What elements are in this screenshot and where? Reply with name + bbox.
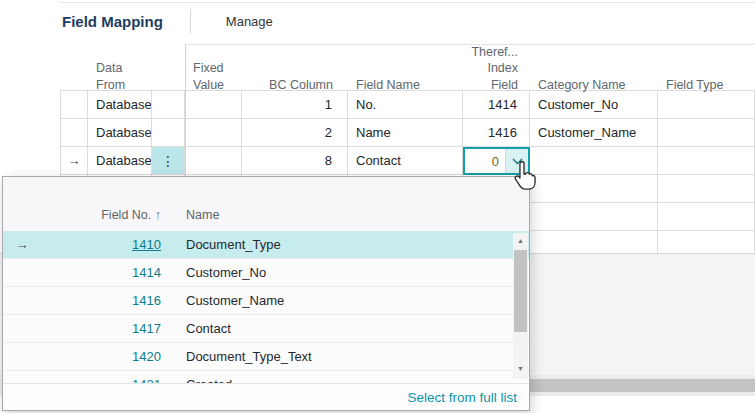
lookup-name: Customer_No — [161, 265, 529, 280]
cell-bc-column[interactable]: 8 — [242, 147, 348, 175]
lookup-row[interactable]: → 1410 Document_Type — [3, 231, 529, 259]
lookup-row[interactable]: 1420 Document_Type_Text — [3, 343, 529, 371]
lookup-name: Document_Type — [161, 237, 529, 252]
lookup-field-no-link[interactable]: 1416 — [41, 293, 161, 308]
cell-field-name[interactable]: Name — [348, 119, 463, 147]
cell-data-from[interactable]: Database — [88, 91, 152, 119]
lookup-scrollbar[interactable]: ▲ ▼ — [513, 233, 528, 379]
cell-field-type[interactable] — [658, 147, 755, 175]
cell-fixed-value[interactable] — [185, 91, 242, 119]
grid-row: Database 1 No. 1414 Customer_No — [60, 91, 755, 119]
cell-bc-column[interactable]: 2 — [242, 119, 348, 147]
cell-row-menu[interactable] — [152, 119, 185, 147]
index-field-value[interactable]: 0 — [465, 154, 505, 169]
grid-header-topline — [185, 44, 755, 45]
cell-fixed-value[interactable] — [185, 119, 242, 147]
cell-row-selector — [60, 91, 88, 119]
lookup-row[interactable]: 1417 Contact — [3, 315, 529, 343]
top-divider — [60, 2, 755, 3]
cell-index-field[interactable]: 1416 — [463, 119, 530, 147]
scroll-up-icon[interactable]: ▲ — [513, 235, 528, 247]
lookup-field-no-link[interactable]: 1410 — [41, 237, 161, 252]
grid-header-row: Data From Fixed Value BC Column Field Na… — [60, 44, 755, 90]
cell-field-name[interactable]: Contact — [348, 147, 463, 175]
index-field-editor[interactable]: 0 — [463, 147, 530, 175]
lookup-name: Contact — [161, 321, 529, 336]
lookup-name: Document_Type_Text — [161, 349, 529, 364]
cell-bc-column[interactable]: 1 — [242, 91, 348, 119]
lookup-field-no-link[interactable]: 1414 — [41, 265, 161, 280]
row-menu-icon[interactable]: ⋮ — [152, 147, 185, 175]
cell-data-from[interactable]: Database — [88, 147, 152, 175]
lookup-scrollbar-thumb[interactable] — [514, 250, 527, 332]
cell-fixed-value[interactable] — [185, 147, 242, 175]
cell-category-name[interactable]: Customer_No — [530, 91, 658, 119]
manage-menu-button[interactable]: Manage — [226, 14, 273, 29]
cell-category-name[interactable]: Customer_Name — [530, 119, 658, 147]
caption-divider — [190, 9, 191, 33]
field-mapping-page: Field Mapping Manage Data From Fixed Val… — [0, 0, 755, 413]
field-lookup-dropdown: Field No. ↑ Name → 1410 Document_Type 14… — [2, 176, 530, 411]
lookup-list: → 1410 Document_Type 1414 Customer_No 14… — [3, 231, 529, 385]
select-from-full-list-link[interactable]: Select from full list — [407, 390, 517, 405]
scroll-down-icon[interactable]: ▼ — [513, 363, 528, 375]
cell-index-field[interactable]: 1414 — [463, 91, 530, 119]
lookup-field-no-link[interactable]: 1420 — [41, 349, 161, 364]
cell-field-type[interactable] — [658, 119, 755, 147]
lookup-header-name[interactable]: Name — [161, 208, 529, 222]
cell-row-selector — [60, 119, 88, 147]
current-row-arrow-icon: → — [3, 237, 41, 252]
grid-row-active: → Database ⋮ 8 Contact 0 — [60, 147, 755, 175]
lookup-header-field-no[interactable]: Field No. ↑ — [41, 208, 161, 222]
cell-data-from[interactable]: Database — [88, 119, 152, 147]
current-row-arrow-icon: → — [60, 147, 88, 175]
lookup-header-row: Field No. ↑ Name — [3, 177, 529, 231]
lookup-footer: Select from full list — [3, 383, 529, 410]
cell-field-type[interactable] — [658, 91, 755, 119]
cell-category-name[interactable] — [530, 147, 658, 175]
cell-field-name[interactable]: No. — [348, 91, 463, 119]
lookup-row[interactable]: 1416 Customer_Name — [3, 287, 529, 315]
lookup-row[interactable]: 1414 Customer_No — [3, 259, 529, 287]
grid-row: Database 2 Name 1416 Customer_Name — [60, 119, 755, 147]
lookup-name: Customer_Name — [161, 293, 529, 308]
page-title: Field Mapping — [62, 13, 163, 30]
cell-row-menu[interactable] — [152, 91, 185, 119]
caption-bar: Field Mapping Manage — [62, 7, 273, 35]
lookup-field-no-link[interactable]: 1417 — [41, 321, 161, 336]
chevron-down-icon[interactable] — [505, 149, 528, 173]
